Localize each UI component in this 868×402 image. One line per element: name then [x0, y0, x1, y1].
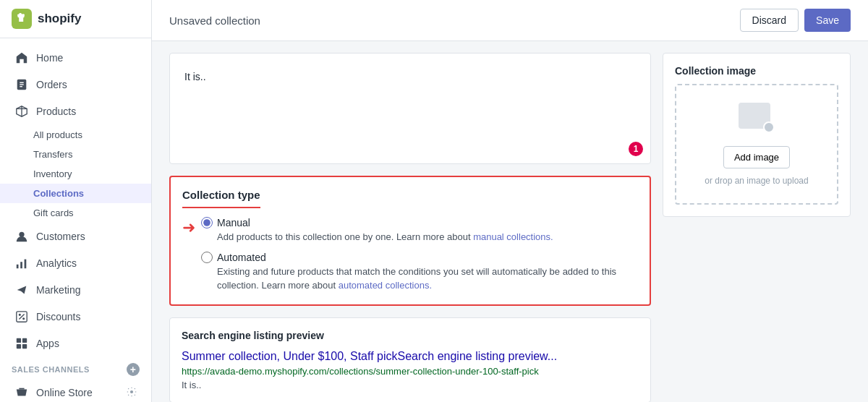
collection-type-card: Collection type ➜ Manual Add products to… [169, 176, 651, 306]
online-store-icon [14, 385, 29, 400]
description-text: It is.. [182, 65, 639, 152]
red-arrow-icon: ➜ [182, 218, 195, 237]
side-column: Collection image Add image or drop an im… [663, 53, 851, 390]
svg-point-14 [23, 318, 25, 320]
char-count-badge: 1 [629, 142, 643, 156]
image-placeholder-icon [739, 103, 775, 139]
seo-preview-title: Summer collection, Under $100, Staff pic… [182, 348, 639, 364]
sidebar-item-marketing[interactable]: Marketing [3, 277, 148, 303]
sidebar-item-apps[interactable]: Apps [3, 330, 148, 356]
sidebar: shopify Home Orders Products All product… [0, 0, 152, 402]
manual-collections-link[interactable]: manual collections. [473, 231, 553, 242]
sidebar-item-label-apps: Apps [36, 338, 59, 349]
sidebar-item-label-analytics: Analytics [36, 257, 77, 269]
orders-icon [14, 77, 29, 92]
manual-radio-label[interactable]: Manual [201, 217, 638, 228]
content-area: It is.. 1 Collection type ➜ Manual [152, 41, 868, 402]
online-store-settings-icon[interactable] [127, 387, 137, 399]
main-wrapper: Unsaved collection Discard Save It is.. … [152, 0, 868, 402]
sidebar-item-label-orders: Orders [36, 79, 67, 90]
seo-section-title: Search engine listing preview [182, 330, 639, 341]
img-icon-bg [739, 103, 770, 129]
seo-preview-url: https://avada-demo.myshopify.com/collect… [182, 366, 639, 377]
topbar-actions: Discard Save [740, 9, 851, 32]
collection-image-card: Collection image Add image or drop an im… [663, 53, 851, 217]
sidebar-item-inventory[interactable]: Inventory [0, 164, 151, 184]
marketing-icon [14, 283, 29, 297]
sales-channels-label: SALES CHANNELS [12, 365, 90, 374]
automated-label-text: Automated [217, 252, 266, 263]
svg-rect-17 [17, 344, 21, 348]
collection-image-title: Collection image [675, 65, 838, 77]
add-sales-channel-button[interactable]: + [127, 363, 140, 376]
sidebar-item-online-store[interactable]: Online Store [3, 380, 148, 402]
sidebar-item-label-products: Products [36, 106, 76, 117]
page-title: Unsaved collection [169, 14, 260, 27]
sidebar-item-transfers[interactable]: Transfers [0, 145, 151, 164]
save-button[interactable]: Save [804, 9, 851, 32]
sales-channels-section: SALES CHANNELS + [0, 357, 151, 379]
sidebar-logo[interactable]: shopify [0, 0, 151, 38]
sidebar-item-analytics[interactable]: Analytics [3, 250, 148, 276]
automated-radio-label[interactable]: Automated [201, 252, 638, 263]
shopify-logo-icon [12, 9, 32, 29]
add-image-button[interactable]: Add image [723, 146, 790, 168]
svg-point-13 [19, 314, 20, 315]
sidebar-item-label-discounts: Discounts [36, 311, 80, 322]
manual-desc: Add products to this collection one by o… [201, 230, 638, 244]
shopify-wordmark: shopify [38, 12, 81, 26]
radio-group: Manual Add products to this collection o… [201, 217, 638, 293]
image-upload-area[interactable]: Add image or drop an image to upload [675, 84, 838, 205]
svg-point-7 [19, 232, 24, 237]
description-card: It is.. 1 [169, 53, 651, 164]
automated-radio-input[interactable] [201, 252, 213, 263]
svg-rect-16 [22, 338, 27, 343]
radio-option-automated: Automated Existing and future products t… [201, 252, 638, 293]
sidebar-item-gift-cards[interactable]: Gift cards [0, 203, 151, 223]
customers-icon [14, 229, 29, 244]
apps-icon [14, 336, 29, 351]
arrow-indicator: ➜ Manual Add products to this collection… [182, 217, 638, 293]
sub-label-transfers: Transfers [33, 149, 72, 160]
automated-desc: Existing and future products that match … [201, 265, 638, 293]
discard-button[interactable]: Discard [740, 9, 799, 32]
sub-label-gift-cards: Gift cards [33, 208, 74, 218]
radio-option-manual: Manual Add products to this collection o… [201, 217, 638, 244]
upload-hint: or drop an image to upload [705, 176, 808, 186]
sidebar-item-collections[interactable]: Collections [0, 184, 151, 203]
topbar: Unsaved collection Discard Save [152, 0, 868, 41]
seo-card: Search engine listing preview Summer col… [169, 317, 651, 403]
img-icon-circle [763, 121, 775, 133]
discounts-icon [14, 309, 29, 324]
svg-rect-15 [17, 338, 21, 343]
home-icon [14, 51, 29, 65]
sidebar-item-all-products[interactable]: All products [0, 125, 151, 145]
seo-preview-desc: It is.. [182, 380, 639, 390]
svg-rect-9 [20, 262, 22, 268]
svg-rect-18 [22, 344, 27, 348]
manual-desc-text: Add products to this collection one by o… [217, 231, 471, 242]
svg-point-19 [130, 390, 133, 393]
manual-label-text: Manual [217, 217, 250, 228]
collection-type-title: Collection type [182, 189, 260, 208]
automated-collections-link[interactable]: automated collections. [339, 280, 432, 291]
sidebar-item-customers[interactable]: Customers [3, 223, 148, 249]
sidebar-item-label-customers: Customers [36, 231, 85, 242]
products-icon [14, 104, 29, 119]
sub-label-inventory: Inventory [33, 168, 72, 179]
svg-rect-10 [25, 260, 27, 269]
online-store-label: Online Store [36, 387, 93, 398]
manual-radio-input[interactable] [201, 217, 213, 228]
sidebar-item-label-home: Home [36, 52, 63, 64]
svg-rect-8 [17, 265, 19, 268]
sidebar-item-home[interactable]: Home [3, 45, 148, 71]
sub-label-collections: Collections [33, 188, 84, 199]
analytics-icon [14, 256, 29, 270]
sidebar-item-label-marketing: Marketing [36, 284, 80, 296]
main-nav: Home Orders Products All products Transf… [0, 38, 151, 402]
sidebar-item-orders[interactable]: Orders [3, 72, 148, 98]
sub-label-all-products: All products [33, 129, 82, 140]
sidebar-item-products[interactable]: Products [3, 98, 148, 124]
main-column: It is.. 1 Collection type ➜ Manual [169, 53, 651, 390]
sidebar-item-discounts[interactable]: Discounts [3, 304, 148, 330]
